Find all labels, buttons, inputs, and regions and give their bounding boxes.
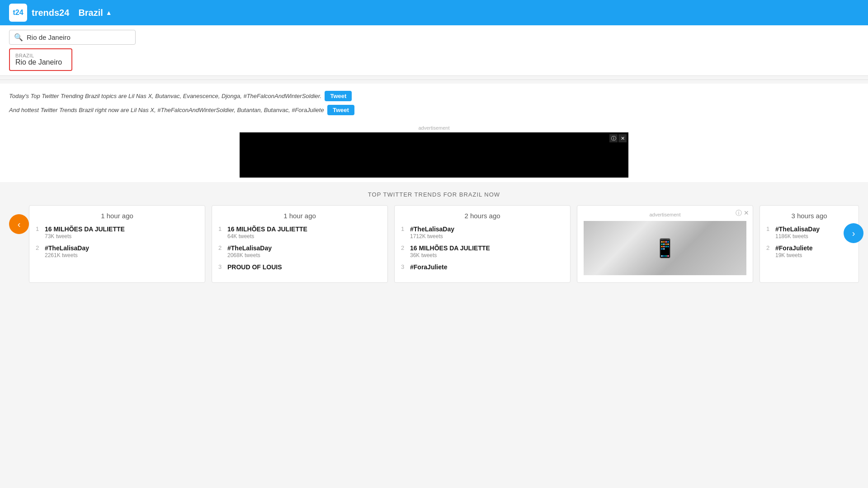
inline-ad-image: 📱 (584, 221, 746, 275)
right-card-item-1: 2 #ForaJuliete 19K tweets (766, 244, 852, 258)
ad-phone-illustration: 📱 (584, 221, 746, 275)
info-line-1: Today's Top Twitter Trending Brazil topi… (9, 91, 859, 101)
tweet-button-2[interactable]: Tweet (327, 105, 354, 115)
location-selector[interactable]: Brazil ▲ (78, 8, 112, 18)
suggestion-city: Rio de Janeiro (15, 58, 66, 66)
ad-info-button[interactable]: ⓘ (609, 134, 618, 142)
trend-card-right-partial: 3 hours ago 1 #TheLalisaDay 1186K tweets… (760, 205, 859, 283)
inline-ad-close-icon[interactable]: ✕ (744, 209, 749, 217)
card-2-time: 2 hours ago (401, 212, 564, 220)
logo[interactable]: t24 trends24 (9, 4, 69, 22)
inline-ad-card: advertisement ⓘ ✕ 📱 (577, 205, 753, 283)
right-card-time: 3 hours ago (766, 212, 852, 220)
trends-section: TOP TWITTER TRENDS FOR BRAZIL NOW ‹ 1 ho… (0, 182, 868, 283)
trend-card-2-item-2: 3 #ForaJuliete (401, 263, 564, 271)
location-name: Brazil (78, 8, 103, 18)
search-input[interactable] (27, 33, 131, 41)
trends-carousel: ‹ 1 hour ago 1 16 MILHÕES DA JULIETTE 73… (9, 205, 859, 283)
inline-ad-info-icon[interactable]: ⓘ (736, 209, 742, 217)
trend-card-0-item-1: 2 #TheLalisaDay 2261K tweets (36, 244, 198, 258)
trend-card-0-item-0: 1 16 MILHÕES DA JULIETTE 73K tweets (36, 225, 198, 239)
info-section: Today's Top Twitter Trending Brazil topi… (0, 84, 868, 123)
inline-ad-label: advertisement (584, 212, 746, 217)
trend-card-1-item-2: 3 PROUD OF LOUIS (218, 263, 381, 271)
search-area: 🔍 BRAZIL Rio de Janeiro (0, 25, 868, 76)
ad-label: advertisement (0, 125, 868, 131)
suggestion-country: BRAZIL (15, 53, 66, 58)
advertisement-section: advertisement ⓘ ✕ (0, 123, 868, 182)
ad-banner: ⓘ ✕ (240, 132, 628, 178)
carousel-next-button[interactable]: › (844, 223, 863, 243)
ad-controls: ⓘ ✕ (609, 134, 627, 142)
tweet-button-1[interactable]: Tweet (325, 91, 352, 101)
app-header: t24 trends24 Brazil ▲ (0, 0, 868, 25)
location-arrow-icon: ▲ (106, 9, 112, 16)
trend-card-1: 1 hour ago 1 16 MILHÕES DA JULIETTE 64K … (212, 205, 388, 283)
ad-close-button[interactable]: ✕ (618, 134, 627, 142)
location-suggestion[interactable]: BRAZIL Rio de Janeiro (9, 48, 72, 71)
inline-ad-controls: ⓘ ✕ (736, 209, 749, 217)
logo-text: trends24 (32, 8, 69, 18)
trends-title: TOP TWITTER TRENDS FOR BRAZIL NOW (9, 191, 859, 198)
card-0-time: 1 hour ago (36, 212, 198, 220)
search-icon: 🔍 (14, 33, 23, 42)
divider (0, 80, 868, 80)
trend-card-1-item-1: 2 #TheLalisaDay 2068K tweets (218, 244, 381, 258)
logo-badge: t24 (9, 4, 27, 22)
trend-card-2: 2 hours ago 1 #TheLalisaDay 1712K tweets… (394, 205, 571, 283)
info-line-2: And hottest Twitter Trends Brazil right … (9, 105, 859, 115)
search-box: 🔍 (9, 30, 136, 45)
trend-card-1-item-0: 1 16 MILHÕES DA JULIETTE 64K tweets (218, 225, 381, 239)
card-1-time: 1 hour ago (218, 212, 381, 220)
carousel-prev-button[interactable]: ‹ (9, 214, 29, 234)
trend-card-2-item-0: 1 #TheLalisaDay 1712K tweets (401, 225, 564, 239)
right-card-item-0: 1 #TheLalisaDay 1186K tweets (766, 225, 852, 239)
trend-cards-container: 1 hour ago 1 16 MILHÕES DA JULIETTE 73K … (29, 205, 859, 283)
trend-card-0: 1 hour ago 1 16 MILHÕES DA JULIETTE 73K … (29, 205, 205, 283)
trend-card-2-item-1: 2 16 MILHÕES DA JULIETTE 36K tweets (401, 244, 564, 258)
